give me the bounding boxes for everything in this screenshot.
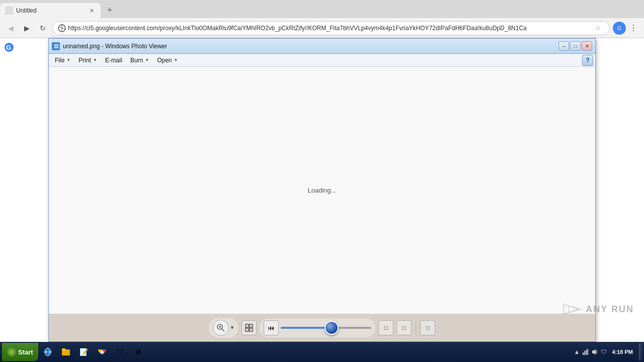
address-bar[interactable]: https://ci5.googleusercontent.com/proxy/… (52, 21, 610, 35)
wpv-title-icon: 🖼 (52, 42, 60, 50)
address-text: https://ci5.googleusercontent.com/proxy/… (68, 25, 591, 32)
svg-text:G: G (6, 44, 11, 51)
wpv-slider-fill (281, 327, 326, 329)
wpv-menu-open[interactable]: Open ▼ (153, 55, 182, 66)
wpv-window-controls: – □ ✕ (558, 41, 592, 51)
svg-rect-22 (62, 348, 65, 350)
wpv-view-button-1[interactable]: □ (378, 320, 393, 335)
wpv-content-area: Loading... (49, 67, 595, 314)
wpv-slider-thumb[interactable] (325, 321, 339, 335)
systray-sound-icon[interactable] (591, 348, 599, 356)
chrome-icon (97, 347, 107, 357)
taskbar-notepad-button[interactable]: 📝 (75, 343, 93, 360)
print-dropdown-arrow-icon: ▼ (93, 58, 97, 62)
taskbar: Start 📝 🛡 🖥 ▲ (0, 342, 644, 362)
wpv-prev-button[interactable]: ⏮ (264, 320, 279, 335)
start-button[interactable]: Start (2, 343, 38, 361)
explorer-icon (61, 347, 71, 357)
svg-rect-28 (587, 349, 588, 355)
taskbar-chrome-button[interactable] (94, 343, 111, 360)
content-area: G 🖼 unnamed.png - Windows Photo Viewer –… (0, 38, 644, 342)
back-button[interactable]: ◀ (4, 22, 17, 35)
svg-rect-10 (246, 328, 249, 331)
wpv-close-button[interactable]: ✕ (582, 41, 592, 51)
wpv-zoom-group: ▼ (209, 318, 239, 338)
chrome-browser: Untitled ✕ + ◀ ▶ ↻ https://ci5.googleuse… (0, 0, 644, 362)
taskbar-ie-button[interactable] (39, 343, 56, 360)
systray-network-icon[interactable] (582, 348, 590, 356)
chrome-account-button[interactable]: G (613, 22, 626, 35)
anyrun-watermark: ANY RUN (558, 302, 634, 317)
svg-marker-29 (592, 349, 596, 355)
forward-button[interactable]: ▶ (20, 22, 33, 35)
taskbar-anyrun-button[interactable]: 🖥 (130, 343, 147, 360)
system-tray: ▲ 🛡 (573, 348, 608, 356)
wpv-menubar: File ▼ Print ▼ E-mail Burn ▼ Open ▼ (49, 54, 595, 67)
windows-photo-viewer-window: 🖼 unnamed.png - Windows Photo Viewer – □… (48, 38, 596, 342)
toolbar-divider (416, 322, 416, 334)
notepad-icon: 📝 (79, 347, 89, 357)
wpv-zoom-slider[interactable] (281, 327, 371, 329)
svg-rect-8 (246, 324, 249, 327)
svg-rect-11 (250, 328, 253, 331)
tab-bar: Untitled ✕ + (0, 0, 644, 18)
wpv-titlebar: 🖼 unnamed.png - Windows Photo Viewer – □… (49, 39, 595, 54)
anyrun-icon: 🖥 (133, 347, 143, 357)
svg-rect-27 (586, 350, 587, 355)
bookmark-button[interactable]: ☆ (591, 22, 604, 35)
open-dropdown-arrow-icon: ▼ (174, 58, 178, 62)
wpv-bottom-toolbar: ▼ ⏮ □ □ (49, 314, 595, 341)
svg-rect-9 (250, 324, 253, 327)
burn-dropdown-arrow-icon: ▼ (145, 58, 149, 62)
wpv-menu-file[interactable]: File ▼ (51, 55, 74, 66)
watermark-text: ANY RUN (586, 304, 634, 315)
chrome-right-icons: G ⋮ (613, 22, 640, 35)
tab-title: Untitled (16, 7, 85, 14)
chrome-toolbar: ◀ ▶ ↻ https://ci5.googleusercontent.com/… (0, 18, 644, 38)
wpv-menu-email[interactable]: E-mail (101, 55, 126, 66)
taskbar-right-area: ▲ 🛡 4:18 PM (570, 348, 638, 356)
systray-security-icon[interactable]: 🛡 (600, 348, 608, 356)
google-logo-icon: G (4, 42, 14, 52)
wpv-help-button[interactable]: ? (582, 55, 593, 66)
tab-favicon-icon (5, 7, 13, 15)
start-orb-icon (7, 347, 16, 356)
chrome-menu-button[interactable]: ⋮ (627, 22, 640, 35)
clock-time: 4:18 PM (612, 349, 633, 355)
taskbar-explorer-button[interactable] (57, 343, 74, 360)
wpv-fit-button[interactable] (242, 320, 257, 335)
system-clock: 4:18 PM (610, 349, 635, 355)
refresh-button[interactable]: ↻ (36, 22, 49, 35)
wpv-menu-print[interactable]: Print ▼ (74, 55, 101, 66)
systray-chevron-icon[interactable]: ▲ (573, 348, 581, 356)
wpv-view-button-3[interactable]: □ (420, 320, 435, 335)
active-tab[interactable]: Untitled ✕ (0, 3, 101, 18)
avast-icon: 🛡 (115, 347, 125, 357)
svg-marker-12 (564, 304, 579, 314)
wpv-zoom-button[interactable] (213, 320, 229, 336)
wpv-maximize-button[interactable]: □ (570, 41, 581, 51)
wpv-nav-slider-group: ⏮ (260, 318, 375, 337)
wpv-menu-burn[interactable]: Burn ▼ (126, 55, 153, 66)
svg-line-5 (222, 329, 224, 331)
file-dropdown-arrow-icon: ▼ (66, 58, 70, 62)
zoom-dropdown-arrow-icon[interactable]: ▼ (230, 325, 235, 330)
new-tab-button[interactable]: + (103, 3, 117, 17)
wpv-view-button-2[interactable]: □ (396, 320, 412, 335)
show-desktop-button[interactable] (639, 343, 642, 360)
svg-rect-25 (583, 352, 584, 355)
svg-rect-26 (584, 351, 585, 355)
wpv-title-text: unnamed.png - Windows Photo Viewer (63, 43, 555, 50)
wpv-slider-track (281, 327, 371, 329)
tab-close-button[interactable]: ✕ (88, 7, 96, 15)
wpv-minimize-button[interactable]: – (558, 41, 569, 51)
ie-icon (43, 347, 53, 357)
taskbar-avast-button[interactable]: 🛡 (112, 343, 129, 360)
wpv-loading-text: Loading... (307, 187, 336, 194)
